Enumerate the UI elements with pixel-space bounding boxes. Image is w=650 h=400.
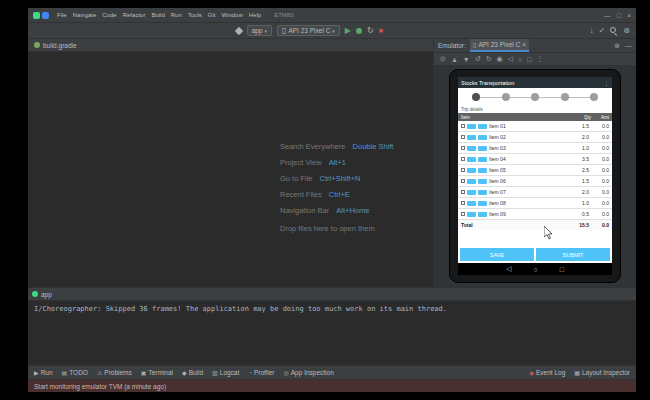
table-row[interactable]: Item 09 0.5 0.0 xyxy=(458,209,612,220)
close-tab-icon[interactable]: × xyxy=(522,41,526,48)
menu-item[interactable]: Window xyxy=(218,12,245,18)
row-action-chip[interactable] xyxy=(478,179,487,184)
breadcrumb[interactable]: build.gradle xyxy=(43,42,77,49)
menu-item[interactable]: Refactor xyxy=(120,12,149,18)
row-action-chip[interactable] xyxy=(478,190,487,195)
mouse-cursor xyxy=(544,226,554,240)
logcat-output[interactable]: I/Choreographer: Skipped 36 frames! The … xyxy=(28,301,636,365)
table-row[interactable]: Item 08 1.0 0.0 xyxy=(458,198,612,209)
minimize-panel-icon[interactable]: — xyxy=(625,42,632,50)
layout-inspector-button[interactable]: ▦ Layout Inspector xyxy=(574,369,630,376)
build-hammer-icon[interactable] xyxy=(234,26,242,34)
row-action-chip[interactable] xyxy=(478,146,487,151)
power-icon[interactable]: ⊙ xyxy=(440,55,446,63)
table-row[interactable]: Item 05 2.5 0.0 xyxy=(458,165,612,176)
column-header-qty: Qty xyxy=(573,115,591,120)
android-back-icon[interactable]: ◁ xyxy=(506,265,511,273)
stop-button[interactable]: ■ xyxy=(379,27,383,34)
row-action-chip[interactable] xyxy=(467,212,476,217)
stepper-step[interactable] xyxy=(502,93,510,101)
table-row[interactable]: Item 02 2.0 0.0 xyxy=(458,132,612,143)
run-tab-label[interactable]: app xyxy=(41,291,52,298)
home-icon[interactable]: ○ xyxy=(518,56,522,63)
table-row[interactable]: Item 01 1.5 0.0 xyxy=(458,121,612,132)
row-action-chip[interactable] xyxy=(467,146,476,151)
sync-icon[interactable]: ↻ xyxy=(367,27,374,35)
row-action-chip[interactable] xyxy=(478,157,487,162)
device-select[interactable]: ▯ API 23 Pixel C ▾ xyxy=(277,25,340,36)
stepper-step[interactable] xyxy=(561,93,569,101)
row-action-chip[interactable] xyxy=(478,168,487,173)
menu-item[interactable]: Code xyxy=(99,12,119,18)
save-button[interactable]: SAVE xyxy=(460,248,534,261)
table-row[interactable]: Item 06 1.5 0.0 xyxy=(458,176,612,187)
toolwindow-button[interactable]: ▶ Run xyxy=(34,369,53,376)
close-icon[interactable]: × xyxy=(627,12,631,19)
menu-item[interactable]: Git xyxy=(205,12,219,18)
volume-up-icon[interactable]: ▲ xyxy=(451,56,458,63)
row-action-chip[interactable] xyxy=(478,135,487,140)
screenshot-icon[interactable]: ◉ xyxy=(497,55,503,63)
volume-down-icon[interactable]: ▼ xyxy=(463,56,470,63)
submit-button[interactable]: SUBMIT xyxy=(536,248,610,261)
toolwindow-button[interactable]: ◎ App Inspection xyxy=(284,369,334,376)
menu-item[interactable]: Navigate xyxy=(70,12,100,18)
row-checkbox[interactable] xyxy=(461,157,465,161)
emulator-device-tab[interactable]: ▯ API 23 Pixel C × xyxy=(470,39,529,52)
row-checkbox[interactable] xyxy=(461,135,465,139)
row-action-chip[interactable] xyxy=(467,201,476,206)
menu-item[interactable]: Run xyxy=(168,12,185,18)
debug-button[interactable] xyxy=(356,28,362,34)
row-action-chip[interactable] xyxy=(467,168,476,173)
menu-item[interactable]: File xyxy=(54,12,70,18)
row-action-chip[interactable] xyxy=(467,157,476,162)
git-update-icon[interactable]: ↓ xyxy=(590,27,594,35)
android-home-icon[interactable]: ○ xyxy=(533,266,537,273)
android-recents-icon[interactable]: □ xyxy=(560,266,564,273)
row-checkbox[interactable] xyxy=(461,212,465,216)
row-action-chip[interactable] xyxy=(467,190,476,195)
stepper-step[interactable] xyxy=(472,93,480,101)
toolwindow-button[interactable]: ▤ TODO xyxy=(62,369,88,376)
row-action-chip[interactable] xyxy=(478,124,487,129)
toolwindow-button[interactable]: ◔ Profiler xyxy=(248,369,274,376)
minimize-icon[interactable]: — xyxy=(604,12,611,19)
row-checkbox[interactable] xyxy=(461,201,465,205)
toolwindow-button[interactable]: ▥ Logcat xyxy=(212,369,239,376)
row-checkbox[interactable] xyxy=(461,146,465,150)
toolwindow-button[interactable]: ⚠ Problems xyxy=(97,369,132,376)
menu-item[interactable]: Tools xyxy=(185,12,205,18)
toolwindow-button[interactable]: ◆ Build xyxy=(182,369,203,376)
menu-item[interactable]: Help xyxy=(246,12,264,18)
run-configuration-select[interactable]: app ▾ xyxy=(247,25,272,36)
run-button[interactable]: ▶ xyxy=(345,27,351,35)
toolwindow-button[interactable]: ▣ Terminal xyxy=(141,369,173,376)
table-row[interactable]: Item 03 1.0 0.0 xyxy=(458,143,612,154)
stepper-step[interactable] xyxy=(531,93,539,101)
settings-gear-icon[interactable]: ⊛ xyxy=(623,27,630,35)
git-commit-icon[interactable]: ✓ xyxy=(599,27,606,35)
row-action-chip[interactable] xyxy=(467,124,476,129)
search-icon[interactable] xyxy=(610,27,618,35)
table-row[interactable]: Item 07 2.0 0.0 xyxy=(458,187,612,198)
row-checkbox[interactable] xyxy=(461,190,465,194)
rotate-left-icon[interactable]: ↺ xyxy=(475,55,481,63)
overview-icon[interactable]: □ xyxy=(527,56,531,63)
event-log-button[interactable]: ◆ Event Log xyxy=(529,369,565,376)
stepper-step[interactable] xyxy=(590,93,598,101)
row-action-chip[interactable] xyxy=(467,135,476,140)
row-action-chip[interactable] xyxy=(478,201,487,206)
settings-gear-icon[interactable]: ⊛ xyxy=(614,42,620,50)
table-row[interactable]: Item 04 3.5 0.0 xyxy=(458,154,612,165)
menu-item[interactable]: Build xyxy=(148,12,167,18)
overflow-menu-icon[interactable]: ⋮ xyxy=(604,80,609,86)
back-icon[interactable]: ◁ xyxy=(508,55,513,63)
row-checkbox[interactable] xyxy=(461,124,465,128)
maximize-icon[interactable]: □ xyxy=(617,12,621,19)
row-action-chip[interactable] xyxy=(478,212,487,217)
row-action-chip[interactable] xyxy=(467,179,476,184)
more-icon[interactable]: ⋮ xyxy=(536,55,543,63)
row-checkbox[interactable] xyxy=(461,168,465,172)
row-checkbox[interactable] xyxy=(461,179,465,183)
rotate-right-icon[interactable]: ↻ xyxy=(486,55,492,63)
